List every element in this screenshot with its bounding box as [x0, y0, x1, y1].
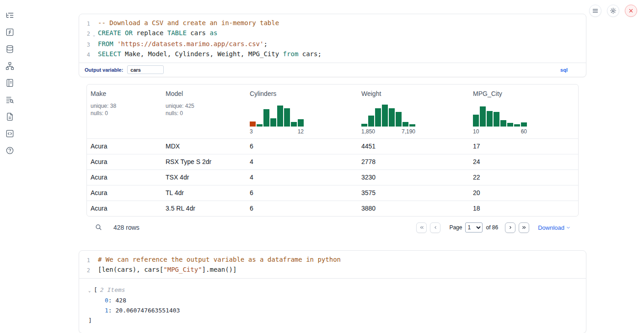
histogram-bar[interactable]	[361, 124, 367, 127]
table-row[interactable]: AcuraRSX Type S 2dr4277824	[87, 154, 578, 169]
output-variable-input[interactable]	[127, 65, 164, 74]
column-header-make[interactable]: Makeunique: 38nulls: 0	[87, 85, 162, 138]
histogram-bar[interactable]	[507, 123, 513, 127]
code-text: -- Download a CSV and create an in-memor…	[98, 18, 279, 28]
table-row[interactable]: AcuraMDX6445117	[87, 139, 578, 154]
histogram-bar[interactable]	[263, 109, 269, 127]
table-cell: TSX 4dr	[162, 170, 246, 185]
last-page-button[interactable]	[519, 222, 529, 233]
table-cell: Acura	[87, 154, 162, 169]
table-cell: 3575	[358, 185, 469, 201]
sidebar-item-outputs[interactable]	[5, 129, 14, 138]
fold-icon[interactable]: ⌄	[90, 28, 98, 39]
histogram-bar[interactable]	[298, 119, 304, 127]
page-select[interactable]: 1	[465, 222, 483, 233]
sidebar-item-table-of-contents[interactable]	[5, 95, 14, 104]
column-histogram[interactable]	[250, 105, 354, 127]
pagination: Page 1 of 86 Download	[416, 222, 571, 233]
column-header-model[interactable]: Modelunique: 425nulls: 0	[162, 85, 246, 138]
code-text: [len(cars), cars["MPG_City"].mean()]	[98, 265, 236, 275]
collapse-icon[interactable]: ⌄	[88, 285, 94, 296]
table-cell: 4451	[358, 139, 469, 154]
histogram-bar[interactable]	[396, 112, 402, 127]
histogram-bar[interactable]	[402, 122, 408, 127]
histogram-bar[interactable]	[514, 124, 520, 127]
histogram-bar[interactable]	[382, 105, 388, 127]
table-row[interactable]: AcuraTSX 4dr4323022	[87, 169, 578, 185]
function-square-icon	[5, 28, 14, 37]
histogram-bar[interactable]	[284, 108, 290, 127]
sql-code-editor[interactable]: 1-- Download a CSV and create an in-memo…	[79, 14, 586, 63]
column-header-cylinders[interactable]: Cylinders312	[246, 85, 358, 138]
sidebar-item-functions[interactable]	[5, 27, 14, 37]
histogram-bar[interactable]	[375, 108, 381, 127]
table-cell: 24	[469, 154, 578, 169]
table-cell: 17	[469, 139, 578, 154]
file-text-icon	[5, 112, 14, 121]
python-code-editor[interactable]: 1# We can reference the output variable …	[79, 251, 586, 278]
histogram-bar[interactable]	[291, 122, 297, 127]
sidebar-item-file-tree[interactable]	[5, 11, 14, 20]
next-page-button[interactable]	[505, 222, 515, 233]
settings-button[interactable]	[607, 5, 619, 17]
histogram-bar[interactable]	[277, 106, 283, 127]
column-stats: unique: 425nulls: 0	[166, 102, 242, 117]
menu-button[interactable]	[589, 5, 601, 17]
column-histogram[interactable]	[361, 105, 466, 127]
histogram-bar[interactable]	[494, 112, 499, 127]
histogram-bar[interactable]	[473, 115, 479, 127]
sidebar-item-datasets[interactable]	[5, 44, 14, 53]
line-number: 4	[79, 49, 90, 59]
table-cell: 22	[469, 170, 578, 185]
histogram-bar[interactable]	[270, 118, 276, 127]
output-variable-label: Output variable:	[85, 67, 123, 73]
code-line: 1-- Download a CSV and create an in-memo…	[79, 18, 586, 28]
histogram-bar[interactable]	[500, 120, 506, 127]
histogram-bar[interactable]	[480, 106, 486, 127]
prev-page-button[interactable]	[430, 222, 440, 233]
line-number: 1	[79, 255, 90, 265]
histogram-bar[interactable]	[250, 122, 256, 127]
column-header-weight[interactable]: Weight1,8507,190	[358, 85, 469, 138]
code-text: CREATE OR replace TABLE cars as	[98, 28, 217, 39]
shutdown-button[interactable]	[625, 5, 637, 17]
item-index: 0	[105, 297, 108, 304]
download-button[interactable]: Download	[538, 224, 571, 231]
output-list-header: ⌄[2 Items	[88, 285, 579, 296]
histogram-bar[interactable]	[389, 108, 395, 127]
sidebar-item-notebook[interactable]	[5, 78, 14, 87]
histogram-bar[interactable]	[409, 124, 415, 127]
histogram-bar[interactable]	[487, 111, 493, 127]
sidebar-item-dependency-graph[interactable]	[5, 61, 14, 70]
table-cell: 18	[469, 201, 578, 216]
table-cell: 6	[246, 185, 358, 201]
code-square-icon	[5, 129, 14, 138]
menu-icon	[592, 7, 599, 14]
sidebar-item-snippets[interactable]	[5, 112, 14, 121]
table-cell: MDX	[162, 139, 246, 154]
table-row[interactable]: AcuraTL 4dr6357520	[87, 185, 578, 201]
table-row[interactable]: Acura3.5 RL 4dr6388018	[87, 201, 578, 216]
item-value: 428	[115, 297, 126, 304]
column-header-mpg_city[interactable]: MPG_City1060	[469, 85, 578, 138]
list-search-icon	[5, 95, 14, 104]
table-cell: TL 4dr	[162, 185, 246, 201]
table-cell: Acura	[87, 201, 162, 216]
chevron-down-icon	[566, 225, 571, 230]
table-cell: Acura	[87, 185, 162, 201]
column-title: Cylinders	[250, 90, 354, 97]
histogram-bar[interactable]	[368, 116, 374, 127]
table-cell: 3230	[358, 170, 469, 185]
column-histogram[interactable]	[473, 105, 574, 127]
histogram-bar[interactable]	[257, 124, 263, 127]
column-title: Make	[91, 90, 158, 97]
table-footer: 428 rows Page 1 of 86 Download	[94, 220, 571, 235]
histogram-bar[interactable]	[521, 122, 527, 127]
fold-gutter	[90, 18, 98, 28]
output-list-item: 0: 428	[88, 296, 579, 306]
sidebar	[5, 11, 14, 155]
search-button[interactable]	[94, 223, 102, 232]
sidebar-item-help[interactable]	[5, 146, 14, 155]
sql-cell: 1-- Download a CSV and create an in-memo…	[79, 14, 586, 77]
first-page-button[interactable]	[416, 222, 427, 233]
